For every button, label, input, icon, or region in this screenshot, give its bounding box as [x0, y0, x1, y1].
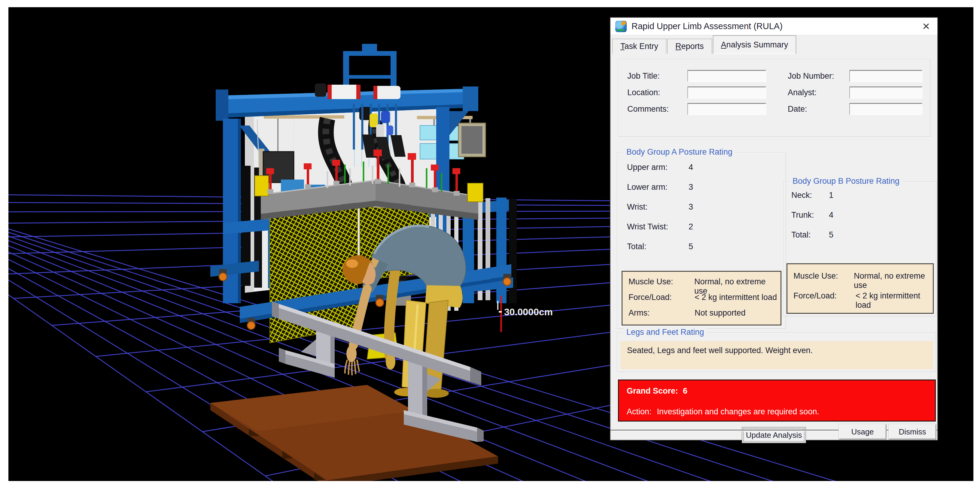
trunk-row: Trunk:4: [791, 211, 936, 219]
date-field[interactable]: [849, 103, 922, 115]
neck-row: Neck:1: [791, 191, 936, 200]
lower-arm-value: 3: [689, 182, 693, 192]
grand-score-value: 6: [683, 386, 687, 396]
legs-feet-box: Legs and Feet Rating Seated, Legs and fe…: [617, 332, 936, 372]
body-group-b-box: Body Group B Posture Rating Neck:1 Trunk…: [783, 181, 936, 316]
job-number-field[interactable]: [849, 70, 922, 82]
app-icon: [615, 21, 627, 32]
usage-button[interactable]: Usage: [839, 424, 886, 439]
dismiss-button[interactable]: Dismiss: [889, 424, 936, 439]
analyst-label: Analyst:: [788, 88, 849, 97]
group-b-total-row: Total:5: [791, 230, 936, 239]
tab-analysis-summary[interactable]: Analysis Summary: [713, 35, 796, 54]
comments-label: Comments:: [627, 105, 687, 114]
lower-arm-row: Lower arm:3: [627, 182, 786, 192]
grand-score-line: Grand Score:6: [627, 386, 935, 396]
muscle-use-row-a: Muscle Use:Normal, no extreme use: [628, 277, 781, 286]
3d-viewport[interactable]: 30.0000cm Rapid Upper Limb Assessment (R…: [8, 7, 974, 481]
dialog-title: Rapid Upper Limb Assessment (RULA): [632, 21, 783, 31]
location-field[interactable]: [687, 86, 766, 98]
legs-feet-title: Legs and Feet Rating: [624, 328, 707, 337]
body-group-a-title: Body Group A Posture Rating: [624, 148, 735, 157]
tab-reports[interactable]: Reports: [667, 39, 712, 54]
tab-bar: Task Entry Reports Analysis Summary: [611, 35, 937, 54]
group-b-conditions-box: Muscle Use:Normal, no extreme use Force/…: [786, 263, 934, 314]
grand-score-box: Grand Score:6 Action:Investigation and c…: [618, 379, 936, 422]
comments-field[interactable]: [687, 103, 766, 115]
wrist-row: Wrist:3: [627, 202, 786, 211]
location-label: Location:: [627, 88, 687, 97]
wrist-value: 3: [689, 202, 693, 211]
close-icon[interactable]: ✕: [920, 21, 932, 32]
group-a-conditions-box: Muscle Use:Normal, no extreme use Force/…: [622, 271, 781, 325]
job-title-label: Job Title:: [627, 71, 687, 81]
dialog-titlebar[interactable]: Rapid Upper Limb Assessment (RULA) ✕: [611, 18, 937, 35]
analyst-field[interactable]: [849, 86, 922, 98]
group-a-total-row: Total:5: [627, 242, 786, 251]
wrist-twist-row: Wrist Twist:2: [627, 222, 786, 231]
job-title-field[interactable]: [687, 70, 766, 82]
job-info-groupbox: Job Title: Job Number: Location: Analyst…: [618, 59, 931, 136]
action-line: Action:Investigation and changes are req…: [627, 407, 935, 416]
force-load-row-b: Force/Load:< 2 kg intermittent load: [794, 291, 933, 300]
muscle-use-row-b: Muscle Use:Normal, no extreme use: [794, 271, 933, 281]
bottom-divider: [611, 430, 937, 431]
upper-arm-row: Upper arm:4: [627, 163, 786, 172]
job-number-label: Job Number:: [788, 71, 849, 81]
hand-fingers: [345, 360, 359, 375]
group-a-total-value: 5: [689, 242, 693, 251]
body-group-b-title: Body Group B Posture Rating: [789, 176, 902, 186]
legs-feet-text: Seated, Legs and feet well supported. We…: [620, 341, 934, 369]
neck-value: 1: [829, 191, 834, 200]
date-label: Date:: [788, 105, 849, 114]
upper-arm-value: 4: [689, 163, 693, 172]
wrist-twist-value: 2: [689, 222, 693, 231]
group-b-total-value: 5: [829, 230, 834, 239]
rula-dialog-window: Rapid Upper Limb Assessment (RULA) ✕ Tas…: [610, 17, 938, 441]
trunk-value: 4: [829, 211, 834, 219]
dialog-content: Job Title: Job Number: Location: Analyst…: [611, 54, 937, 440]
tab-task-entry[interactable]: Task Entry: [612, 39, 667, 54]
force-load-row-a: Force/Load:< 2 kg intermittent load: [628, 293, 781, 302]
arms-row-a: Arms:Not supported: [628, 308, 781, 317]
action-text: Investigation and changes are required s…: [657, 407, 819, 416]
dimension-label: 30.0000cm: [504, 306, 553, 317]
body-group-a-box: Body Group A Posture Rating Upper arm:4 …: [617, 152, 786, 329]
